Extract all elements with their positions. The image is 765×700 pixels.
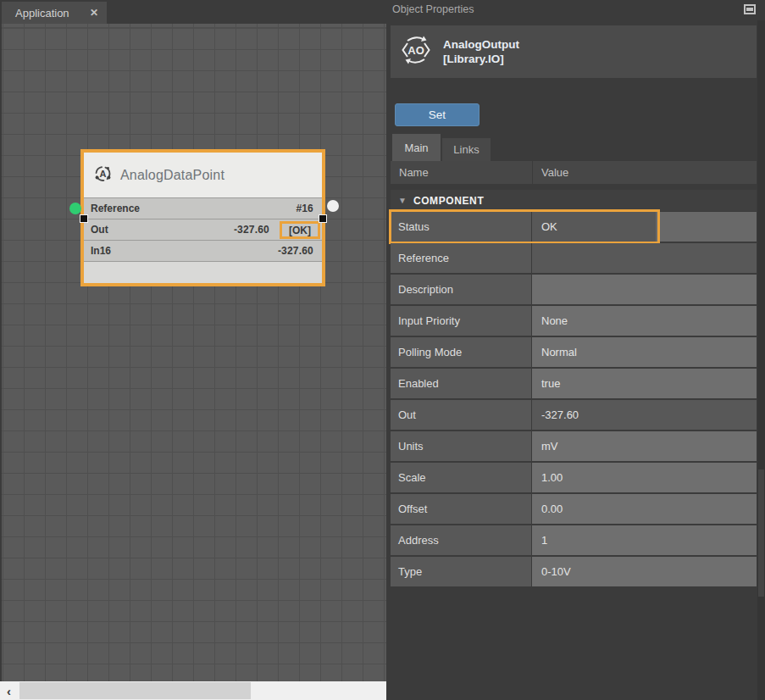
block-row-name: Reference bbox=[91, 203, 140, 214]
property-name: Units bbox=[391, 431, 531, 461]
scroll-left-arrow-icon[interactable]: ‹ bbox=[0, 681, 18, 700]
output-port-dot[interactable] bbox=[327, 200, 339, 212]
block-row-in16[interactable]: In16 -327.60 bbox=[84, 240, 322, 261]
property-value[interactable]: None bbox=[532, 306, 757, 336]
analog-datapoint-block[interactable]: A AnalogDataPoint Reference #16 Out -327… bbox=[80, 149, 325, 286]
block-title: AnalogDataPoint bbox=[120, 168, 225, 183]
vertical-scrollbar-thumb[interactable] bbox=[758, 469, 764, 597]
property-name: Status bbox=[391, 212, 531, 242]
svg-text:AO: AO bbox=[407, 44, 424, 57]
property-row-offset[interactable]: Offset 0.00 bbox=[391, 494, 757, 524]
block-row-name: Out bbox=[91, 224, 108, 236]
property-row-type[interactable]: Type 0-10V bbox=[391, 557, 757, 586]
collapse-triangle-icon[interactable]: ▼ bbox=[398, 196, 407, 205]
section-label: COMPONENT bbox=[413, 195, 484, 207]
tab-application[interactable]: Application ✕ bbox=[2, 2, 107, 24]
selection-handle-right[interactable] bbox=[319, 214, 327, 223]
block-row-name: In16 bbox=[91, 245, 111, 257]
block-row-value: #16 bbox=[296, 203, 313, 214]
property-value[interactable]: Normal bbox=[532, 337, 757, 367]
section-component[interactable]: ▼ COMPONENT bbox=[391, 190, 757, 211]
property-value: -327.60 bbox=[532, 400, 757, 430]
panel-title: Object Properties bbox=[392, 3, 474, 15]
property-name: Address bbox=[391, 525, 531, 555]
svg-text:A: A bbox=[100, 169, 107, 179]
property-name: Polling Mode bbox=[391, 337, 531, 367]
application-window: Application ✕ A An bbox=[0, 0, 765, 700]
property-row-input-priority[interactable]: Input Priority None bbox=[391, 306, 757, 336]
canvas-left-edge bbox=[0, 24, 2, 681]
property-value[interactable]: 0.00 bbox=[532, 494, 757, 524]
property-value[interactable]: 1 bbox=[532, 525, 757, 555]
object-summary: AO AnalogOutput [Library.IO] bbox=[391, 25, 757, 78]
canvas-pane: Application ✕ A An bbox=[0, 0, 386, 700]
property-name: Enabled bbox=[391, 369, 531, 398]
object-library: [Library.IO] bbox=[443, 52, 519, 66]
property-value[interactable]: 0-10V bbox=[532, 557, 757, 586]
property-row-address[interactable]: Address 1 bbox=[391, 525, 757, 555]
block-row-value: -327.60 bbox=[234, 224, 269, 236]
horizontal-scrollbar-thumb[interactable] bbox=[19, 682, 251, 699]
property-value: OK bbox=[532, 212, 656, 242]
property-row-description[interactable]: Description bbox=[391, 275, 757, 304]
vertical-scrollbar[interactable] bbox=[757, 20, 765, 700]
property-grid-header: Name Value bbox=[391, 161, 757, 184]
block-header: A AnalogDataPoint bbox=[84, 153, 322, 197]
header-value: Value bbox=[533, 166, 568, 179]
property-name: Out bbox=[391, 400, 531, 430]
header-name: Name bbox=[391, 166, 532, 179]
property-name: Description bbox=[391, 275, 531, 304]
tab-application-label: Application bbox=[15, 7, 85, 19]
editor-tab-bar: Application ✕ bbox=[0, 0, 386, 24]
property-name: Reference bbox=[391, 243, 531, 273]
property-row-enabled[interactable]: Enabled true bbox=[391, 369, 757, 398]
property-value bbox=[532, 243, 757, 273]
property-name: Type bbox=[391, 557, 531, 586]
tab-close-icon[interactable]: ✕ bbox=[90, 7, 98, 19]
analog-component-icon: A bbox=[93, 164, 113, 186]
wiresheet-canvas[interactable]: A AnalogDataPoint Reference #16 Out -327… bbox=[0, 24, 386, 681]
property-rows: Status OK Reference Description Input bbox=[391, 212, 757, 588]
status-indicator-cell bbox=[656, 212, 757, 242]
set-button[interactable]: Set bbox=[395, 103, 480, 126]
property-row-status[interactable]: Status OK bbox=[391, 212, 757, 242]
horizontal-scrollbar[interactable]: ‹ bbox=[0, 681, 386, 700]
property-row-units[interactable]: Units mV bbox=[391, 431, 757, 461]
property-name: Input Priority bbox=[391, 306, 531, 336]
block-row-value: -327.60 bbox=[278, 245, 313, 257]
analog-output-icon: AO bbox=[399, 34, 433, 69]
status-ok-badge: [OK] bbox=[280, 221, 320, 239]
property-value[interactable] bbox=[532, 275, 757, 304]
property-value[interactable]: mV bbox=[532, 431, 757, 461]
block-row-out[interactable]: Out -327.60 [OK] bbox=[84, 219, 322, 240]
block-footer-strip bbox=[84, 261, 322, 283]
property-row-reference[interactable]: Reference bbox=[391, 243, 757, 273]
tab-links[interactable]: Links bbox=[442, 138, 491, 161]
property-name: Offset bbox=[391, 494, 531, 524]
property-row-out[interactable]: Out -327.60 bbox=[391, 400, 757, 430]
property-value[interactable]: true bbox=[532, 369, 757, 398]
restore-panel-icon[interactable] bbox=[744, 4, 756, 14]
input-port-dot[interactable] bbox=[69, 203, 81, 214]
property-value[interactable]: 1.00 bbox=[532, 463, 757, 492]
tab-main[interactable]: Main bbox=[392, 134, 441, 161]
selection-handle-left[interactable] bbox=[80, 214, 88, 223]
object-name: AnalogOutput bbox=[443, 37, 519, 52]
property-name: Scale bbox=[391, 463, 531, 492]
property-row-scale[interactable]: Scale 1.00 bbox=[391, 463, 757, 492]
block-row-reference[interactable]: Reference #16 bbox=[84, 197, 322, 219]
object-properties-panel: Object Properties AO AnalogOutput [Libra… bbox=[386, 0, 765, 700]
property-row-polling-mode[interactable]: Polling Mode Normal bbox=[391, 337, 757, 367]
